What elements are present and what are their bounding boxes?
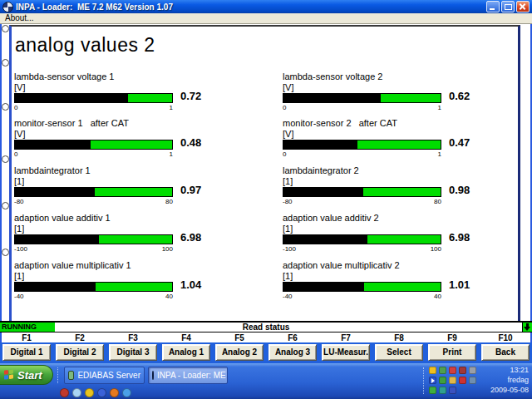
ediabas-server-icon <box>68 371 74 380</box>
gauge-scale-max: 1 <box>438 105 441 111</box>
fkey-button-digital-3[interactable]: Digital 3 <box>109 344 157 361</box>
gauge-fill <box>283 188 363 196</box>
phone-dialer-icon[interactable] <box>97 388 106 397</box>
gauge-lambda-sensor-voltage-2: lambda-sensor voltage 2[V]010.62 <box>283 71 507 115</box>
gauge-value: 1.01 <box>449 278 470 291</box>
gauge-label: lambda-sensor voltage 2 <box>283 71 382 81</box>
scheduler-icon[interactable] <box>439 387 446 394</box>
scroll-down-arrow-icon[interactable] <box>522 323 532 332</box>
fkey-label-f2: F2 <box>53 333 106 342</box>
gauge-scale-min: 0 <box>14 151 17 158</box>
window-border-left <box>0 24 2 363</box>
gauge-label: adaption value multiplicativ 1 <box>14 260 131 270</box>
opera-browser-icon[interactable] <box>60 388 69 397</box>
messenger-icon[interactable] <box>72 388 81 397</box>
network-globe-icon[interactable] <box>469 377 476 384</box>
gauge-scale: -8080 <box>283 199 441 205</box>
fkey-button-analog-3[interactable]: Analog 3 <box>268 344 317 361</box>
gauge-scale-max: 100 <box>162 246 173 253</box>
no-entry-icon[interactable] <box>85 388 94 397</box>
gauge-value: 0.72 <box>180 90 201 102</box>
antivirus-icon[interactable] <box>429 387 436 394</box>
gauge-label: lambda-sensor voltage 1 <box>14 71 114 81</box>
usb-device-icon[interactable] <box>439 367 446 374</box>
taskbar-clock: 13:21 fredag 2009-05-08 <box>479 365 529 395</box>
gauge-scale: -4040 <box>283 293 441 300</box>
row-marker-circle <box>2 249 9 256</box>
gauge-value: 0.98 <box>449 184 470 196</box>
gauge-scale: 01 <box>14 151 173 158</box>
gauge-value: 6.98 <box>449 231 470 244</box>
gauge-fill <box>15 283 96 291</box>
clock-day: fredag <box>479 375 529 385</box>
maximize-icon[interactable] <box>501 1 515 12</box>
gauge-fill <box>15 140 91 149</box>
gauge-scale-min: -100 <box>14 246 27 253</box>
fkey-button-lu-measur-[interactable]: LU-Measur. <box>322 344 370 361</box>
window-title: INPA - Loader: ME 7.2 M62 Version 1.07 <box>16 2 486 12</box>
inpa-roundel-icon <box>152 371 154 380</box>
gauge-scale: -100100 <box>283 246 441 253</box>
gauge-adaption-value-multiplicativ-2: adaption value multiplicativ 2[1]-40401.… <box>283 260 507 303</box>
fkey-label-f10: F10 <box>479 333 532 342</box>
fkey-button-print[interactable]: Print <box>428 344 476 361</box>
security-shield-icon[interactable] <box>429 367 436 374</box>
row-marker-circle <box>2 25 9 32</box>
fkey-label-f1: F1 <box>0 333 53 342</box>
fkey-label-f8: F8 <box>372 333 426 342</box>
gauge-scale-max: 100 <box>431 246 441 253</box>
menu-item-about[interactable]: About... <box>0 13 38 23</box>
gauge-scale: -8080 <box>14 199 173 205</box>
gauge-scale: 01 <box>283 151 441 158</box>
gauge-bar <box>283 282 441 292</box>
gauge-scale: -100100 <box>14 246 173 253</box>
gauge-scale-max: 40 <box>165 293 173 300</box>
gauge-label: monitor-sensor 1 after CAT <box>14 118 129 128</box>
fkey-button-analog-1[interactable]: Analog 1 <box>162 344 210 361</box>
gauge-fill <box>15 94 128 102</box>
clock-time: 13:21 <box>479 365 529 375</box>
fkey-label-f9: F9 <box>426 333 479 342</box>
gauge-unit: [1] <box>283 224 293 234</box>
gauge-fill <box>283 94 381 102</box>
media-player-icon[interactable] <box>429 377 436 384</box>
fkey-button-analog-2[interactable]: Analog 2 <box>215 344 264 361</box>
gauge-scale-min: 0 <box>283 151 286 158</box>
start-label: Start <box>17 369 42 382</box>
minimize-icon[interactable] <box>486 1 500 12</box>
clock-date: 2009-05-08 <box>479 385 529 395</box>
gauge-unit: [1] <box>283 176 293 186</box>
task-button-inpa-loader[interactable]: INPA - Loader: ME 7.... <box>148 367 228 384</box>
fkey-button-digital-1[interactable]: Digital 1 <box>2 344 51 361</box>
gauge-scale-max: 1 <box>438 151 441 158</box>
gauge-scale: 01 <box>14 105 173 111</box>
task-button-ediabas-server[interactable]: EDIABAS Server <box>64 367 145 384</box>
gauge-unit: [1] <box>14 271 24 281</box>
local-drive-icon[interactable] <box>449 387 456 394</box>
gauge-fill <box>283 140 357 149</box>
web-browser-icon[interactable] <box>110 388 119 397</box>
gauge-bar <box>14 282 173 292</box>
gauge-fill <box>283 235 367 244</box>
gauge-unit: [V] <box>283 82 293 92</box>
fkey-button-back[interactable]: Back <box>481 344 530 361</box>
vpn-icon[interactable] <box>439 377 446 384</box>
update-icon[interactable] <box>459 367 466 374</box>
close-icon[interactable] <box>516 1 530 12</box>
disconnect-icon[interactable] <box>449 367 456 374</box>
row-marker-circle <box>2 155 9 163</box>
error-icon[interactable] <box>459 377 466 384</box>
gauge-scale-max: 40 <box>434 293 441 300</box>
clock-history-icon[interactable] <box>469 367 476 374</box>
task-button-label: INPA - Loader: ME 7.... <box>157 371 228 380</box>
gauge-lambdaintegrator-2: lambdaintegrator 2[1]-80800.98 <box>283 165 507 209</box>
internet-explorer-icon[interactable] <box>122 388 131 397</box>
fkey-button-select[interactable]: Select <box>375 344 423 361</box>
gauge-adaption-value-multiplicativ-1: adaption value multiplicativ 1[1]-40401.… <box>14 260 239 303</box>
task-button-label: EDIABAS Server <box>77 371 140 380</box>
folder-sync-icon[interactable] <box>449 377 456 384</box>
gauge-bar <box>14 187 173 197</box>
start-button[interactable]: Start <box>0 365 53 385</box>
fkey-button-digital-2[interactable]: Digital 2 <box>56 344 104 361</box>
gauge-label: lambdaintegrator 2 <box>283 165 359 175</box>
